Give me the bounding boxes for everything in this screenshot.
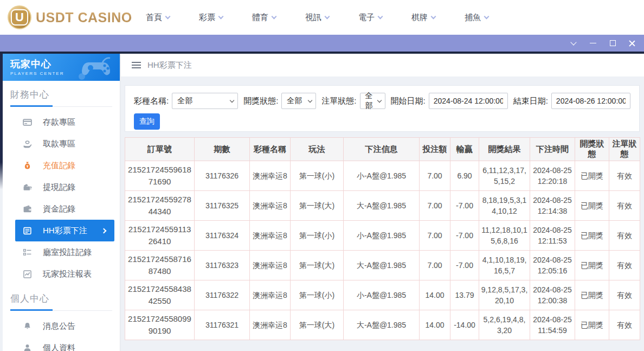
sidebar-item-0-2[interactable]: 充值記錄 <box>10 155 120 176</box>
table-cell: 第一球(小) <box>291 280 344 310</box>
table-cell: 2024-08-25 12:14:38 <box>530 191 575 221</box>
sidebar-item-0-4[interactable]: 資金記錄 <box>10 198 120 220</box>
sidebar-item-0-6[interactable]: 廳室投註記錄 <box>10 241 120 263</box>
order-status-label: 注單狀態: <box>321 96 356 106</box>
chevron-down-icon <box>308 98 312 102</box>
table-cell: 4,1,10,18,19,16,5,7 <box>479 251 530 280</box>
sidebar-item-0-3[interactable]: 提現記錄 <box>10 176 120 198</box>
table-cell: 澳洲幸运8 <box>250 161 291 191</box>
table-cell: 2152172455927844340 <box>125 191 195 221</box>
table-cell: 11,12,18,10,15,6,8,16 <box>479 221 530 251</box>
sidebar-item-label: 取款專區 <box>43 139 75 149</box>
table-cell: 7.00 <box>420 221 450 251</box>
column-header: 輸贏 <box>450 138 479 161</box>
nav-item-3[interactable]: 視訊 <box>305 12 329 23</box>
checklist-icon <box>23 247 33 257</box>
document-icon <box>23 226 33 235</box>
main-area: 玩家中心 PLAYERS CENTER 財務中心存款專區取款專區充值記錄提現記錄… <box>0 52 644 351</box>
section-divider <box>10 309 112 311</box>
bell-icon <box>23 321 33 331</box>
breadcrumb: HH彩票下注 <box>121 54 644 76</box>
draw-status-label: 開獎狀態: <box>243 96 278 106</box>
table-cell: 2024-08-25 12:11:53 <box>530 221 575 251</box>
sidebar-item-label: 存款專區 <box>43 117 75 127</box>
table-cell: 大-A盤@1.985 <box>344 191 420 221</box>
report-chart-icon <box>23 269 33 279</box>
table-cell: 已開獎 <box>575 221 609 251</box>
section-label: 財務中心 <box>10 88 120 101</box>
sidebar-item-label: 提現記錄 <box>43 182 75 193</box>
table-cell: 2024-08-25 12:00:38 <box>530 280 575 310</box>
table-cell: 2024-08-25 12:20:18 <box>530 161 575 191</box>
lottery-name-select[interactable]: 全部 <box>172 93 238 109</box>
table-cell: -7.00 <box>450 221 479 251</box>
table-cell: 有效 <box>609 191 640 221</box>
table-cell: 第一球(大) <box>291 251 344 280</box>
sidebar-item-0-1[interactable]: 取款專區 <box>10 133 120 155</box>
table-row: 215217245592784434031176325澳洲幸运8第一球(大)大-… <box>125 191 640 221</box>
table-cell: 7.00 <box>420 191 450 221</box>
table-cell: 有效 <box>609 221 640 251</box>
cash-out-icon <box>23 182 33 192</box>
table-cell: -7.00 <box>450 251 479 280</box>
brand-logo: U USDT CASINO <box>0 5 133 29</box>
table-cell: 2024-08-25 12:05:16 <box>530 251 575 280</box>
brand-logo-icon: U <box>8 5 31 29</box>
table-cell: 大-A盤@1.985 <box>344 251 420 280</box>
nav-item-0[interactable]: 首頁 <box>146 12 170 23</box>
hamburger-menu-icon[interactable] <box>132 60 141 70</box>
nav-item-1[interactable]: 彩票 <box>199 12 223 23</box>
table-cell: 有效 <box>609 161 640 191</box>
sidebar-item-label: 資金記錄 <box>43 204 75 214</box>
sidebar: 玩家中心 PLAYERS CENTER 財務中心存款專區取款專區充值記錄提現記錄… <box>3 54 120 351</box>
sidebar-item-0-7[interactable]: 玩家投注報表 <box>10 263 120 285</box>
bets-table: 訂單號期數彩種名稱玩法下注信息投注額輸贏開獎結果下注時間開獎狀態注單狀態 215… <box>125 137 640 340</box>
sidebar-item-label: 消息公告 <box>43 321 75 331</box>
sidebar-header: 玩家中心 PLAYERS CENTER <box>3 54 120 81</box>
nav-item-label: 捕魚 <box>465 12 481 23</box>
minimize-icon[interactable] <box>589 39 597 48</box>
table-cell: 31176325 <box>195 191 250 221</box>
window-title-bar <box>0 35 644 52</box>
table-cell: 14.00 <box>420 280 450 310</box>
sidebar-item-label: 廳室投註記錄 <box>43 247 92 258</box>
nav-item-2[interactable]: 體育 <box>252 12 276 23</box>
table-cell: 13.79 <box>450 280 479 310</box>
draw-status-select[interactable]: 全部 <box>281 93 316 109</box>
sidebar-item-label: 充值記錄 <box>43 161 75 171</box>
table-cell: 8,18,19,5,3,14,10,12 <box>479 191 530 221</box>
table-cell: 6,11,12,3,17,5,15,2 <box>479 161 530 191</box>
close-icon[interactable] <box>628 39 636 48</box>
table-cell: 31176322 <box>195 280 250 310</box>
table-cell: 2152172455871687480 <box>125 251 195 280</box>
sidebar-item-0-5[interactable]: HH彩票下注 <box>15 220 114 241</box>
column-header: 投注額 <box>420 138 450 161</box>
filter-panel: 彩種名稱: 全部 開獎狀態: 全部 注單狀態: 全部 開始日期: 結束日期: 查… <box>125 85 640 132</box>
column-header: 開獎結果 <box>479 138 530 161</box>
chevron-down-icon <box>272 14 277 19</box>
start-date-input[interactable] <box>429 93 508 109</box>
order-status-select[interactable]: 全部 <box>360 93 385 109</box>
main-nav: 首頁彩票體育視訊電子棋牌捕魚 <box>133 12 488 23</box>
end-date-input[interactable] <box>551 93 630 109</box>
collapse-chevron-icon[interactable] <box>569 39 578 48</box>
sidebar-item-1-0[interactable]: 消息公告 <box>10 315 120 337</box>
table-cell: 澳洲幸运8 <box>250 310 291 340</box>
table-cell: 第一球(大) <box>291 310 344 340</box>
table-cell: 31176323 <box>195 251 250 280</box>
lottery-name-label: 彩種名稱: <box>134 96 169 106</box>
section-label: 個人中心 <box>10 292 120 305</box>
nav-item-5[interactable]: 棋牌 <box>411 12 435 23</box>
sidebar-item-1-1[interactable]: 個人資料 <box>10 337 120 351</box>
app-window: U USDT CASINO 首頁彩票體育視訊電子棋牌捕魚 玩家中心 PLAYER… <box>0 0 644 351</box>
nav-item-6[interactable]: 捕魚 <box>465 12 488 23</box>
sidebar-item-0-0[interactable]: 存款專區 <box>10 111 120 133</box>
maximize-icon[interactable] <box>608 39 617 48</box>
nav-item-4[interactable]: 電子 <box>358 12 382 23</box>
table-cell: 2152172455843842550 <box>125 280 195 310</box>
table-cell: 7.00 <box>420 251 450 280</box>
table-cell: 2152172455911326410 <box>125 221 195 251</box>
chevron-down-icon <box>484 14 490 19</box>
table-cell: 6.90 <box>450 161 479 191</box>
search-button[interactable]: 查詢 <box>134 113 160 130</box>
